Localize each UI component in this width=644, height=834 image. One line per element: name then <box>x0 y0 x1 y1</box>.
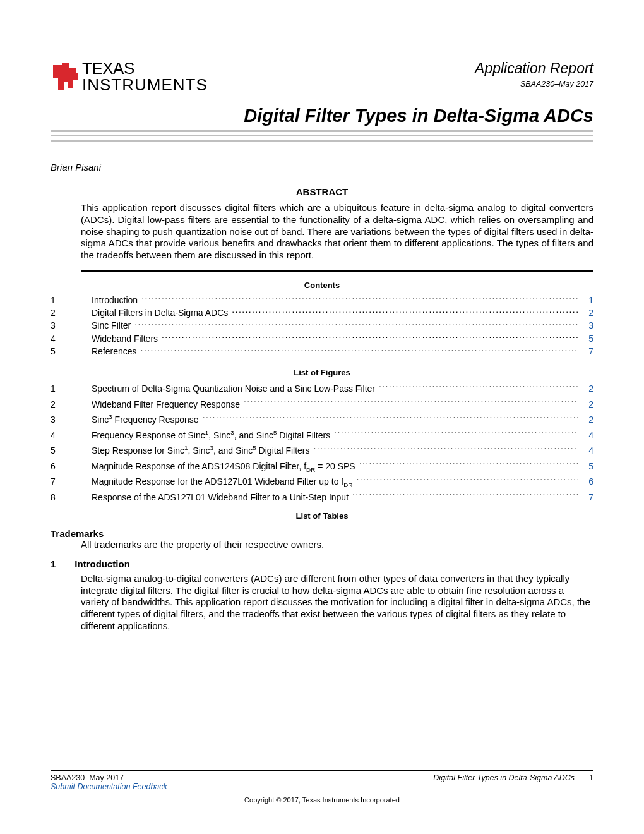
doc-id: SBAA230–May 2017 <box>475 80 593 88</box>
lof-page-link[interactable]: 4 <box>578 428 593 444</box>
contents-heading: Contents <box>51 281 593 290</box>
section-1-body: Delta-sigma analog-to-digital converters… <box>81 573 593 632</box>
toc-page-link[interactable]: 3 <box>578 319 593 332</box>
doc-type: Application Report <box>475 60 593 77</box>
list-of-figures: 1Spectrum of Delta-Sigma Quantization No… <box>51 381 593 505</box>
author: Brian Pisani <box>51 162 593 172</box>
toc-page-link[interactable]: 5 <box>578 332 593 345</box>
lof-num: 1 <box>51 381 92 397</box>
toc-leader <box>131 320 578 329</box>
lof-label: Frequency Response of Sinc1, Sinc3, and … <box>92 428 330 444</box>
lof-num: 4 <box>51 428 92 444</box>
toc-num: 3 <box>51 319 92 332</box>
lof-num: 7 <box>51 474 92 490</box>
lof-row: 7Magnitude Response for the ADS127L01 Wi… <box>51 474 593 490</box>
abstract-rule <box>81 270 593 272</box>
copyright: Copyright © 2017, Texas Instruments Inco… <box>51 796 593 804</box>
toc-row: 4Wideband Filters5 <box>51 332 593 345</box>
footer-title: Digital Filter Types in Delta-Sigma ADCs <box>433 773 575 782</box>
footer-page-number: 1 <box>575 773 593 782</box>
lof-row: 8Response of the ADS127L01 Wideband Filt… <box>51 490 593 505</box>
lof-label: Magnitude Response of the ADS124S08 Digi… <box>92 459 355 474</box>
lof-page-link[interactable]: 4 <box>578 443 593 459</box>
lof-page-link[interactable]: 2 <box>578 381 593 397</box>
lof-label: Magnitude Response for the ADS127L01 Wid… <box>92 474 352 490</box>
feedback-link[interactable]: Submit Documentation Feedback <box>51 782 167 791</box>
toc-num: 2 <box>51 306 92 319</box>
lof-page-link[interactable]: 6 <box>578 474 593 490</box>
lof-row: 5Step Response for Sinc1, Sinc3, and Sin… <box>51 443 593 459</box>
ti-logo-icon <box>51 60 80 94</box>
company-logo: TEXAS INSTRUMENTS <box>51 60 208 94</box>
lof-page-link[interactable]: 2 <box>578 397 593 413</box>
toc-leader <box>137 346 578 354</box>
toc-num: 4 <box>51 332 92 345</box>
section-1-num: 1 <box>51 559 56 569</box>
page-header: TEXAS INSTRUMENTS Application Report SBA… <box>51 60 593 94</box>
toc-label: Sinc Filter <box>92 319 131 332</box>
trademarks-text: All trademarks are the property of their… <box>81 539 593 551</box>
company-name-line1: TEXAS <box>82 60 208 76</box>
toc-label: Wideband Filters <box>92 332 158 345</box>
abstract-heading: ABSTRACT <box>51 186 593 197</box>
section-1-title: Introduction <box>75 559 129 569</box>
lof-row: 6Magnitude Response of the ADS124S08 Dig… <box>51 459 593 474</box>
toc-leader <box>228 307 578 316</box>
page-footer: SBAA230–May 2017 Submit Documentation Fe… <box>51 770 593 804</box>
toc-label: References <box>92 345 137 358</box>
toc-num: 5 <box>51 345 92 358</box>
lof-label: Response of the ADS127L01 Wideband Filte… <box>92 490 349 505</box>
lof-leader <box>310 445 578 454</box>
lof-leader <box>330 430 578 438</box>
toc-leader <box>138 294 578 303</box>
lof-leader <box>352 476 578 485</box>
toc-row: 3Sinc Filter3 <box>51 319 593 332</box>
lof-num: 3 <box>51 412 92 428</box>
lof-num: 2 <box>51 397 92 413</box>
title-rule <box>51 130 593 136</box>
toc-page-link[interactable]: 2 <box>578 306 593 319</box>
toc-num: 1 <box>51 294 92 306</box>
toc-page-link[interactable]: 1 <box>578 294 593 306</box>
toc-leader <box>158 333 578 342</box>
lof-leader <box>375 383 578 392</box>
abstract-text: This application report discusses digita… <box>81 202 593 262</box>
lof-row: 3Sinc3 Frequency Response2 <box>51 412 593 428</box>
footer-doc-id: SBAA230–May 2017 <box>51 773 124 782</box>
title-rule2 <box>51 138 593 142</box>
lof-label: Sinc3 Frequency Response <box>92 412 199 428</box>
lof-page-link[interactable]: 7 <box>578 490 593 505</box>
list-of-tables-heading: List of Tables <box>51 511 593 521</box>
section-1-heading: 1 Introduction <box>51 559 593 569</box>
lof-page-link[interactable]: 5 <box>578 459 593 474</box>
lof-row: 4Frequency Response of Sinc1, Sinc3, and… <box>51 428 593 444</box>
lof-label: Step Response for Sinc1, Sinc3, and Sinc… <box>92 443 310 459</box>
table-of-contents: 1Introduction12Digital Filters in Delta-… <box>51 294 593 358</box>
list-of-figures-heading: List of Figures <box>51 368 593 377</box>
toc-label: Introduction <box>92 294 138 306</box>
toc-row: 5References7 <box>51 345 593 358</box>
lof-num: 8 <box>51 490 92 505</box>
toc-row: 2Digital Filters in Delta-Sigma ADCs2 <box>51 306 593 319</box>
lof-leader <box>240 399 578 408</box>
lof-row: 1Spectrum of Delta-Sigma Quantization No… <box>51 381 593 397</box>
lof-num: 5 <box>51 443 92 459</box>
lof-num: 6 <box>51 459 92 474</box>
lof-page-link[interactable]: 2 <box>578 412 593 428</box>
toc-label: Digital Filters in Delta-Sigma ADCs <box>92 306 228 319</box>
lof-label: Wideband Filter Frequency Response <box>92 397 240 413</box>
lof-leader <box>349 492 578 500</box>
lof-row: 2Wideband Filter Frequency Response2 <box>51 397 593 413</box>
lof-leader <box>355 461 578 469</box>
lof-label: Spectrum of Delta-Sigma Quantization Noi… <box>92 381 375 397</box>
page-title: Digital Filter Types in Delta-Sigma ADCs <box>51 106 593 126</box>
trademarks-heading: Trademarks <box>51 528 593 539</box>
footer-rule <box>51 770 593 771</box>
toc-page-link[interactable]: 7 <box>578 345 593 358</box>
toc-row: 1Introduction1 <box>51 294 593 306</box>
lof-leader <box>199 414 578 423</box>
company-name-line2: INSTRUMENTS <box>82 76 208 93</box>
